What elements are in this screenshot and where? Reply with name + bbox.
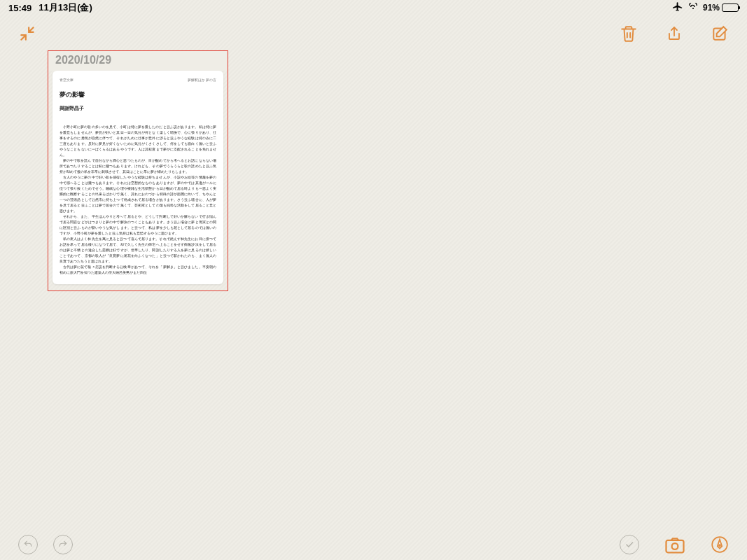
battery-percent: 91% <box>703 3 720 13</box>
delete-button[interactable] <box>620 24 638 43</box>
pen-tool-button[interactable] <box>711 536 729 554</box>
cellular-icon <box>687 3 699 13</box>
status-bar: 15:49 11月13日(金) 91% <box>0 0 747 15</box>
collapse-button[interactable] <box>18 24 36 43</box>
undo-button[interactable] <box>18 535 38 554</box>
share-button[interactable] <box>666 24 683 43</box>
svg-point-5 <box>719 545 720 546</box>
status-date: 11月13日(金) <box>39 1 92 14</box>
redo-button[interactable] <box>53 535 73 554</box>
bottom-toolbar <box>0 529 747 560</box>
note-title: 夢の影響 <box>60 90 216 99</box>
note-author: 與謝野晶子 <box>60 105 216 112</box>
battery-icon <box>722 4 739 12</box>
compose-button[interactable] <box>711 24 729 43</box>
note-collection-label: 夢解釈ほか 夢の言 <box>188 78 216 82</box>
note-date-label: 2020/10/29 <box>48 51 228 71</box>
svg-point-0 <box>692 8 694 9</box>
top-toolbar <box>0 18 747 49</box>
svg-rect-2 <box>666 540 684 553</box>
note-page-preview: 青空文庫 夢解釈ほか 夢の言 夢の影響 與謝野晶子 小野小町に夢の歌の多いのを見… <box>53 71 223 284</box>
battery-indicator: 91% <box>703 3 739 13</box>
note-body-text: 小野小町に夢の歌の多いのを見て、小町は特に夢を愛したのだと云ふ説があります。私は… <box>60 125 216 276</box>
notes-canvas[interactable]: 2020/10/29 青空文庫 夢解釈ほか 夢の言 夢の影響 與謝野晶子 小野小… <box>0 49 747 529</box>
airplane-mode-icon <box>673 1 683 14</box>
note-thumbnail-selected[interactable]: 2020/10/29 青空文庫 夢解釈ほか 夢の言 夢の影響 與謝野晶子 小野小… <box>48 50 228 291</box>
note-source-label: 青空文庫 <box>60 78 74 82</box>
svg-point-3 <box>672 543 678 550</box>
status-time: 15:49 <box>8 3 32 13</box>
camera-button[interactable] <box>664 536 685 554</box>
confirm-button[interactable] <box>620 535 639 554</box>
